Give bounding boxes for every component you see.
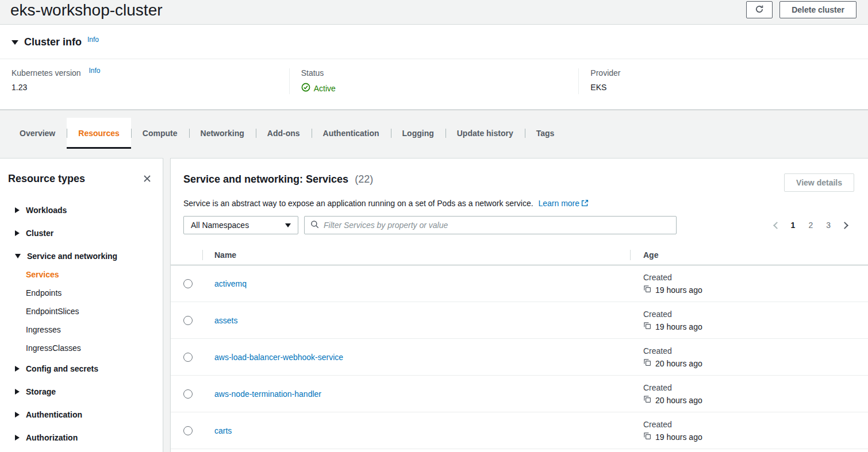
- age-cell: Created 19 hours ago: [631, 412, 868, 449]
- tab-authentication[interactable]: Authentication: [312, 118, 391, 149]
- age-column-header: Age: [631, 250, 868, 260]
- namespace-filter-dropdown[interactable]: All Namespaces: [183, 216, 298, 234]
- services-description-text: Service is an abstract way to expose an …: [183, 199, 533, 208]
- table-row: aws-node-termination-handler Created 20 …: [171, 376, 868, 412]
- row-radio[interactable]: [183, 353, 193, 362]
- sidebar-group-label: Service and networking: [27, 252, 117, 261]
- name-column-header: Name: [203, 250, 631, 260]
- chevron-right-icon: [15, 230, 20, 236]
- sidebar-item-endpointslices[interactable]: EndpointSlices: [26, 307, 163, 316]
- tab-overview[interactable]: Overview: [8, 118, 67, 149]
- tab-networking[interactable]: Networking: [189, 118, 256, 149]
- sidebar-item-ingresses[interactable]: Ingresses: [26, 325, 163, 334]
- refresh-button[interactable]: [746, 1, 773, 18]
- chevron-right-icon: [15, 389, 20, 395]
- sidebar-item-services[interactable]: Services: [26, 270, 163, 279]
- sidebar-item-endpoints[interactable]: Endpoints: [26, 288, 163, 298]
- external-link-icon: [581, 199, 589, 207]
- tab-add-ons[interactable]: Add-ons: [256, 118, 312, 149]
- kubernetes-version-value: 1.23: [11, 83, 278, 92]
- sidebar-group-cluster[interactable]: Cluster: [0, 222, 163, 245]
- created-label: Created: [643, 310, 868, 319]
- learn-more-link[interactable]: Learn more: [538, 199, 589, 208]
- status-value: Active: [314, 84, 336, 93]
- created-label: Created: [643, 346, 868, 356]
- resource-types-panel: Resource types Workloads Cluster: [0, 158, 163, 452]
- filter-row: All Namespaces: [183, 216, 854, 234]
- age-value: 19 hours ago: [655, 285, 702, 295]
- sidebar-group-authentication[interactable]: Authentication: [0, 403, 163, 426]
- sidebar-group-label: Config and secrets: [26, 364, 98, 373]
- kubernetes-version-label: Kubernetes version Info: [11, 68, 278, 78]
- tab-compute[interactable]: Compute: [131, 118, 189, 149]
- page-number-3[interactable]: 3: [824, 221, 832, 230]
- delete-cluster-button[interactable]: Delete cluster: [779, 1, 857, 18]
- services-title: Service and networking: Services (22): [183, 173, 373, 186]
- service-link[interactable]: aws-node-termination-handler: [214, 389, 321, 399]
- search-input[interactable]: [324, 221, 670, 230]
- eks-console-page: eks-workshop-cluster Delete cluster Clus…: [0, 0, 868, 452]
- age-cell: Created 20 hours ago: [631, 339, 868, 375]
- services-header: Service and networking: Services (22) Vi…: [183, 173, 854, 192]
- cluster-info-header[interactable]: Cluster info Info: [0, 25, 868, 59]
- status-label: Status: [301, 68, 567, 78]
- next-page-icon[interactable]: [841, 222, 848, 229]
- cluster-info-card: Cluster info Info Kubernetes version Inf…: [0, 24, 868, 110]
- provider-label: Provider: [590, 68, 857, 78]
- service-link[interactable]: assets: [214, 316, 237, 325]
- row-radio[interactable]: [183, 279, 193, 288]
- sidebar-group-storage[interactable]: Storage: [0, 380, 163, 403]
- service-link[interactable]: activemq: [214, 279, 247, 288]
- copy-icon[interactable]: [643, 358, 651, 368]
- created-label: Created: [643, 420, 868, 429]
- resource-types-tree: Workloads Cluster Service and networking…: [0, 190, 163, 452]
- sidebar-group-workloads[interactable]: Workloads: [0, 199, 163, 222]
- chevron-down-icon: [15, 254, 21, 258]
- copy-icon[interactable]: [643, 322, 651, 331]
- sidebar-group-config-and-secrets[interactable]: Config and secrets: [0, 357, 163, 380]
- table-row-partial: Created: [171, 449, 868, 452]
- services-table: Name Age activemq Created 19 hours ago: [171, 245, 868, 452]
- resource-types-header: Resource types: [0, 159, 163, 190]
- tab-update-history[interactable]: Update history: [445, 118, 525, 149]
- tab-logging[interactable]: Logging: [391, 118, 445, 149]
- row-radio[interactable]: [183, 389, 193, 399]
- pagination: 1 2 3: [774, 221, 854, 230]
- caret-down-icon: [285, 223, 291, 227]
- sidebar-group-label: Workloads: [26, 206, 67, 215]
- row-radio[interactable]: [183, 426, 193, 435]
- close-icon[interactable]: [141, 172, 153, 185]
- provider-value: EKS: [590, 83, 857, 92]
- sidebar-item-ingressclasses[interactable]: IngressClasses: [26, 343, 163, 353]
- services-title-text: Service and networking: Services: [183, 173, 348, 185]
- created-label: Created: [643, 383, 868, 392]
- copy-icon[interactable]: [643, 285, 651, 295]
- copy-icon[interactable]: [643, 395, 651, 405]
- view-details-button[interactable]: View details: [784, 173, 854, 192]
- tab-resources[interactable]: Resources: [67, 118, 131, 149]
- tab-tags[interactable]: Tags: [525, 118, 566, 149]
- service-link[interactable]: aws-load-balancer-webhook-service: [214, 353, 343, 362]
- service-networking-children: Services Endpoints EndpointSlices Ingres…: [0, 268, 163, 357]
- kubernetes-version-info-link[interactable]: Info: [89, 67, 101, 75]
- cluster-tabs: Overview Resources Compute Networking Ad…: [0, 118, 868, 149]
- table-row: carts Created 19 hours ago: [171, 412, 868, 449]
- page-number-1[interactable]: 1: [789, 221, 797, 230]
- copy-icon[interactable]: [643, 432, 651, 442]
- chevron-right-icon: [15, 366, 20, 372]
- table-row: activemq Created 19 hours ago: [171, 265, 868, 302]
- header-actions: Delete cluster: [746, 1, 857, 18]
- sidebar-group-authorization[interactable]: Authorization: [0, 426, 163, 449]
- chevron-right-icon: [15, 412, 20, 418]
- services-search: [304, 216, 677, 234]
- cluster-info-info-link[interactable]: Info: [87, 36, 99, 44]
- sidebar-group-service-and-networking[interactable]: Service and networking: [0, 245, 163, 268]
- service-link[interactable]: carts: [214, 426, 232, 435]
- previous-page-icon[interactable]: [773, 222, 781, 229]
- age-cell: Created: [631, 449, 868, 452]
- services-panel: Service and networking: Services (22) Vi…: [170, 158, 868, 452]
- age-cell: Created 20 hours ago: [631, 376, 868, 412]
- page-number-2[interactable]: 2: [806, 221, 815, 230]
- sidebar-group-label: Authentication: [26, 410, 82, 419]
- row-radio[interactable]: [183, 316, 193, 325]
